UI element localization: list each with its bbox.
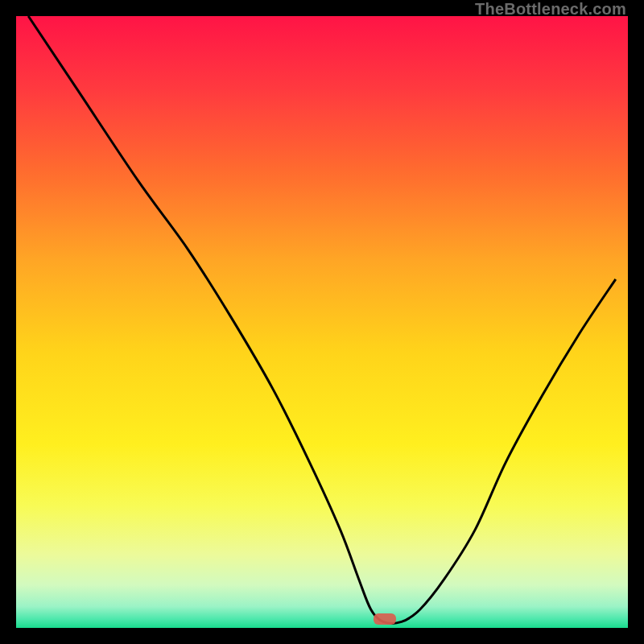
plot-area [16, 16, 628, 628]
optimal-marker [374, 613, 396, 625]
chart-container: TheBottleneck.com [0, 0, 644, 644]
bottleneck-curve [16, 16, 628, 628]
